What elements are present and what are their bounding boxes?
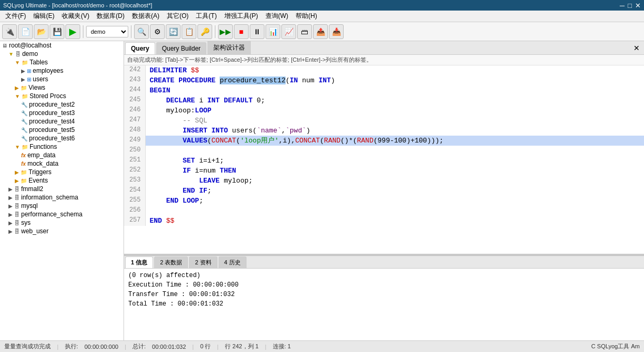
events-folder-icon: 📁: [21, 178, 27, 184]
status-total-label: 总计:: [132, 343, 146, 350]
menu-other[interactable]: 其它(O): [164, 11, 192, 22]
sidebar-table-employees[interactable]: ▶ ⊞ employees: [0, 66, 124, 75]
sidebar-proc-test3[interactable]: 🔧 procedure_test3: [0, 109, 124, 117]
new-query-btn[interactable]: 📄: [18, 24, 33, 39]
sidebar-views-folder[interactable]: ▶ 📁 Views: [0, 83, 124, 92]
tb-btn13[interactable]: 📥: [329, 24, 344, 39]
proc-test2-label: procedure_test2: [29, 101, 75, 108]
triggers-folder-icon: 📁: [21, 169, 27, 175]
tb-btn10[interactable]: 📈: [281, 24, 296, 39]
tb-btn11[interactable]: 🗃: [297, 24, 312, 39]
menu-edit[interactable]: 编辑(E): [30, 11, 58, 22]
result-content: (0 row(s) affected)Execution Time : 00:0…: [124, 269, 644, 340]
tb-btn3[interactable]: 🔄: [166, 24, 181, 39]
close-tab-btn[interactable]: ✕: [630, 42, 643, 54]
line-code: CREATE PROCEDURE procedure_test12(IN num…: [145, 75, 644, 85]
tb-btn9[interactable]: 📊: [266, 24, 280, 39]
line-number: 243: [124, 75, 145, 85]
func-mockdata-label: mock_data: [27, 160, 59, 167]
sidebar-proc-test2[interactable]: 🔧 procedure_test2: [0, 100, 124, 109]
db-infoschema-label: information_schema: [21, 194, 78, 201]
sidebar-functions-folder[interactable]: ▼ 📁 Functions: [0, 142, 124, 151]
line-number: 245: [124, 96, 145, 106]
sidebar-func-empdata[interactable]: fx emp_data: [0, 151, 124, 159]
sidebar-db-infoschema[interactable]: ▶ 🗄 information_schema: [0, 193, 124, 202]
run-btn[interactable]: ▶: [65, 24, 80, 39]
tb-btn2[interactable]: ⚙: [150, 24, 165, 39]
tb-btn8[interactable]: ⏸: [250, 24, 264, 39]
db-selector[interactable]: demo: [86, 26, 128, 37]
tables-label: Tables: [30, 59, 48, 66]
sidebar-triggers-folder[interactable]: ▶ 📁 Triggers: [0, 168, 124, 176]
result-line: Execution Time : 00:00:00:000: [128, 280, 640, 290]
db5-icon: 🗄: [14, 212, 20, 217]
status-right: C SQLyog工具 Am: [591, 343, 640, 350]
menu-table[interactable]: 数据表(A): [129, 11, 163, 22]
menu-file[interactable]: 文件(F): [2, 11, 29, 22]
server-icon: 🖥: [2, 43, 7, 49]
result-tab-tabledata[interactable]: 2 表数据: [154, 256, 188, 268]
line-number: 249: [124, 136, 145, 146]
sidebar-root[interactable]: 🖥 root@localhost: [0, 41, 124, 50]
db-icon: 🗄: [15, 51, 21, 57]
new-connection-btn[interactable]: 🔌: [2, 24, 17, 39]
db-expand-icon: ▼: [8, 51, 14, 57]
proc-icon2: 🔧: [21, 110, 27, 116]
menu-favorites[interactable]: 收藏夹(V): [59, 11, 92, 22]
tb-btn5[interactable]: 🔑: [197, 24, 212, 39]
sidebar-proc-test4[interactable]: 🔧 procedure_test4: [0, 117, 124, 126]
menu-enhanced[interactable]: 增强工具(P): [221, 11, 261, 22]
sidebar-db-perfschema[interactable]: ▶ 🗄 performance_schema: [0, 210, 124, 218]
menu-database[interactable]: 数据库(D): [93, 11, 128, 22]
tb-btn7[interactable]: ■: [234, 24, 249, 39]
sidebar-events-folder[interactable]: ▶ 📁 Events: [0, 176, 124, 185]
tb-btn12[interactable]: 📤: [313, 24, 328, 39]
result-tab-info[interactable]: 1 信息: [125, 256, 153, 268]
tab-schema-designer[interactable]: 架构设计器: [207, 41, 251, 54]
tab-query-builder[interactable]: Query Builder: [156, 42, 206, 54]
result-tab-data[interactable]: 2 资料: [189, 256, 217, 268]
close-button[interactable]: ✕: [635, 2, 641, 9]
proc-icon5: 🔧: [21, 136, 27, 141]
result-tab-history[interactable]: 4 历史: [219, 256, 247, 268]
sidebar-db-mysql[interactable]: ▶ 🗄 mysql: [0, 202, 124, 210]
code-editor[interactable]: 242DELIMITER $$243CREATE PROCEDURE proce…: [124, 65, 644, 254]
menu-tools[interactable]: 工具(T): [193, 11, 220, 22]
menu-help[interactable]: 帮助(H): [292, 11, 320, 22]
minimize-button[interactable]: ─: [620, 2, 624, 9]
table-icon2: ⊞: [27, 77, 31, 82]
line-number: 253: [124, 176, 145, 186]
sidebar-proc-test5[interactable]: 🔧 procedure_test5: [0, 126, 124, 134]
sidebar-table-users[interactable]: ▶ ⊞ users: [0, 75, 124, 83]
status-exec-label: 执行:: [65, 343, 78, 350]
save-btn[interactable]: 💾: [50, 24, 64, 39]
status-rows: 0 行: [200, 343, 211, 350]
line-number: 252: [124, 166, 145, 176]
sidebar-func-mockdata[interactable]: fx mock_data: [0, 159, 124, 168]
menu-query[interactable]: 查询(W): [262, 11, 291, 22]
line-number: 255: [124, 196, 145, 206]
tb-btn1[interactable]: 🔍: [134, 24, 149, 39]
tb-btn4[interactable]: 📋: [182, 24, 196, 39]
sidebar-proc-test6[interactable]: 🔧 procedure_test6: [0, 134, 124, 142]
line-number: 246: [124, 106, 145, 116]
proc-icon1: 🔧: [21, 102, 27, 108]
db2-icon: 🗄: [14, 186, 20, 192]
db4-expand-icon: ▶: [8, 203, 13, 209]
status-exec-time: 00:00:00:000: [84, 344, 118, 350]
db4-icon: 🗄: [14, 203, 20, 209]
status-bar: 量量查询成功完成 | 执行: 00:00:00:000 | 总计: 00:00:…: [0, 340, 644, 352]
table-icon: ⊞: [27, 68, 31, 74]
sidebar-db-webuser[interactable]: ▶ 🗄 web_user: [0, 227, 124, 235]
sidebar-procs-folder[interactable]: ▼ 📁 Stored Procs: [0, 92, 124, 100]
tb-btn6[interactable]: ▶▶: [218, 24, 233, 39]
open-btn[interactable]: 📂: [34, 24, 49, 39]
sidebar-tables-folder[interactable]: ▼ 📁 Tables: [0, 58, 124, 66]
sidebar-db-fmmall2[interactable]: ▶ 🗄 fmmall2: [0, 185, 124, 193]
sidebar-db-sys[interactable]: ▶ 🗄 sys: [0, 218, 124, 227]
line-number: 251: [124, 156, 145, 166]
sidebar-db-demo[interactable]: ▼ 🗄 demo: [0, 50, 124, 58]
line-code: -- SQL: [145, 116, 644, 126]
tab-query[interactable]: Query: [125, 42, 155, 54]
maximize-button[interactable]: □: [628, 2, 632, 9]
